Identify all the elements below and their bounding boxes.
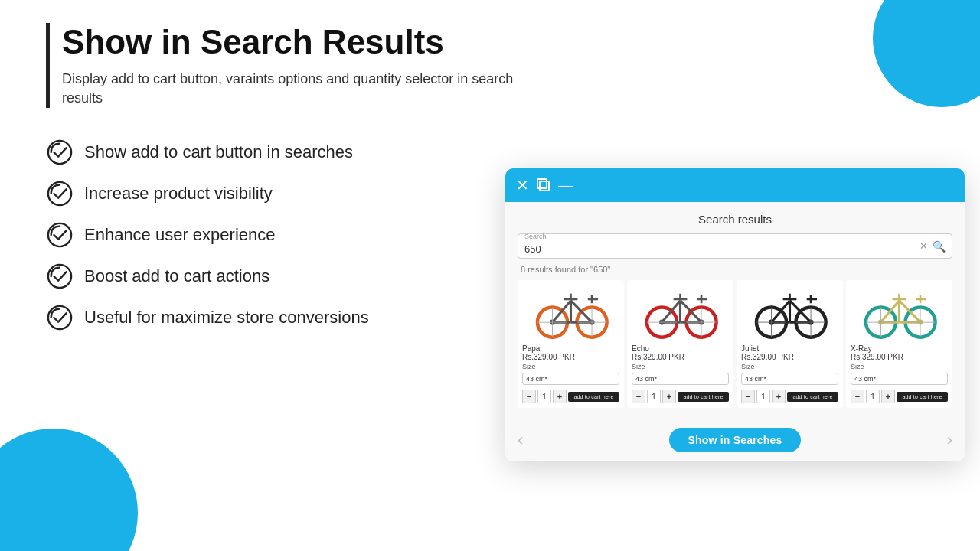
product-card-echo: Echo Rs.329.00 PKR Size 43 cm* − 1 + add…	[627, 280, 733, 408]
qty-cart-papa: − 1 + add to cart here	[518, 390, 624, 403]
product-size-select-juliet[interactable]: 43 cm*	[741, 373, 838, 385]
search-label: Search	[524, 233, 547, 240]
qty-plus-echo[interactable]: +	[662, 390, 676, 403]
qty-minus-echo[interactable]: −	[632, 390, 645, 403]
page-subtitle: Display add to cart button, varaints opt…	[62, 70, 521, 108]
browser-window: ✕ — Search results Search 650 ✕ 🔍 8 resu…	[505, 168, 965, 461]
qty-cart-juliet: − 1 + add to cart here	[737, 390, 843, 403]
clear-search-icon[interactable]: ✕	[920, 240, 928, 252]
decorative-circle-top-right	[873, 0, 980, 107]
search-submit-icon[interactable]: 🔍	[933, 240, 946, 253]
next-arrow[interactable]: ›	[947, 430, 952, 450]
product-price-juliet: Rs.329.00 PKR	[741, 353, 838, 361]
feature-text-3: Enhance user experience	[84, 225, 276, 245]
product-size-select-papa[interactable]: 43 cm*	[522, 373, 619, 385]
svg-line-27	[681, 301, 702, 322]
product-image-papa	[518, 280, 624, 341]
product-name-papa: Papa	[522, 344, 619, 353]
results-count: 8 results found for "650"	[518, 265, 952, 274]
prev-arrow[interactable]: ‹	[518, 430, 523, 450]
feature-item-4: Boost add to cart actions	[46, 262, 521, 290]
minimize-icon[interactable]: —	[558, 178, 573, 193]
product-image-echo	[627, 280, 733, 341]
qty-minus-juliet[interactable]: −	[741, 390, 755, 403]
search-field[interactable]: Search 650	[524, 237, 920, 255]
decorative-circle-bottom-left	[0, 429, 138, 551]
product-card-xray: X-Ray Rs.329.00 PKR Size 43 cm* − 1 + ad…	[846, 280, 952, 408]
products-grid: Papa Rs.329.00 PKR Size 43 cm* − 1 + add…	[518, 280, 952, 408]
qty-num-papa: 1	[537, 390, 551, 403]
check-icon-5	[46, 304, 74, 331]
check-icon-1	[46, 139, 74, 166]
add-to-cart-papa[interactable]: add to cart here	[568, 392, 619, 402]
product-price-xray: Rs.329.00 PKR	[851, 353, 948, 361]
product-size-label-juliet: Size	[741, 363, 838, 370]
browser-content: Search results Search 650 ✕ 🔍 8 results …	[505, 202, 965, 422]
show-in-searches-button[interactable]: Show in Searches	[669, 428, 800, 452]
feature-item-1: Show add to cart button in searches	[46, 139, 521, 166]
product-info-echo: Echo Rs.329.00 PKR Size 43 cm*	[627, 341, 733, 386]
feature-item-5: Useful for maximize store conversions	[46, 304, 521, 331]
svg-line-61	[900, 301, 921, 322]
check-icon-3	[46, 221, 74, 249]
right-panel: ✕ — Search results Search 650 ✕ 🔍 8 resu…	[505, 168, 965, 461]
product-size-label-echo: Size	[632, 363, 729, 370]
qty-cart-xray: − 1 + add to cart here	[846, 390, 952, 403]
qty-plus-papa[interactable]: +	[553, 390, 567, 403]
features-list: Show add to cart button in searches Incr…	[46, 139, 521, 331]
product-name-juliet: Juliet	[741, 344, 838, 353]
svg-line-44	[790, 301, 812, 322]
feature-text-5: Useful for maximize store conversions	[84, 308, 369, 328]
product-size-select-xray[interactable]: 43 cm*	[851, 373, 948, 385]
product-size-select-echo[interactable]: 43 cm*	[632, 373, 729, 385]
results-heading: Search results	[518, 213, 952, 226]
search-bar[interactable]: Search 650 ✕ 🔍	[518, 233, 952, 259]
browser-footer: ‹ Show in Searches ›	[505, 422, 965, 461]
svg-line-10	[571, 301, 593, 322]
product-info-juliet: Juliet Rs.329.00 PKR Size 43 cm*	[737, 341, 843, 386]
check-icon-4	[46, 262, 74, 290]
product-price-echo: Rs.329.00 PKR	[632, 353, 729, 361]
qty-num-juliet: 1	[756, 390, 770, 403]
qty-cart-echo: − 1 + add to cart here	[627, 390, 733, 403]
product-image-xray	[846, 280, 952, 341]
search-value: 650	[524, 243, 541, 255]
close-icon[interactable]: ✕	[516, 178, 529, 193]
product-info-papa: Papa Rs.329.00 PKR Size 43 cm*	[518, 341, 624, 386]
browser-titlebar: ✕ —	[505, 168, 965, 202]
qty-minus-xray[interactable]: −	[851, 390, 864, 403]
product-name-xray: X-Ray	[851, 344, 948, 353]
product-info-xray: X-Ray Rs.329.00 PKR Size 43 cm*	[846, 341, 952, 386]
qty-minus-papa[interactable]: −	[522, 390, 536, 403]
maximize-icon[interactable]	[537, 178, 550, 192]
left-panel: Show in Search Results Display add to ca…	[46, 23, 521, 345]
add-to-cart-echo[interactable]: add to cart here	[678, 392, 729, 402]
feature-text-1: Show add to cart button in searches	[84, 142, 353, 162]
page-title: Show in Search Results	[62, 23, 521, 62]
feature-text-4: Boost add to cart actions	[84, 266, 270, 286]
product-image-juliet	[737, 280, 843, 341]
header-block: Show in Search Results Display add to ca…	[46, 23, 521, 108]
qty-num-xray: 1	[866, 390, 880, 403]
check-icon-2	[46, 180, 74, 207]
add-to-cart-xray[interactable]: add to cart here	[897, 392, 948, 402]
product-price-papa: Rs.329.00 PKR	[522, 353, 619, 361]
feature-text-2: Increase product visibility	[84, 184, 273, 204]
add-to-cart-juliet[interactable]: add to cart here	[787, 392, 838, 402]
feature-item-2: Increase product visibility	[46, 180, 521, 207]
qty-num-echo: 1	[647, 390, 661, 403]
product-card-papa: Papa Rs.329.00 PKR Size 43 cm* − 1 + add…	[518, 280, 624, 408]
qty-plus-xray[interactable]: +	[881, 390, 895, 403]
product-size-label-papa: Size	[522, 363, 619, 370]
product-size-label-xray: Size	[851, 363, 948, 370]
qty-plus-juliet[interactable]: +	[772, 390, 786, 403]
product-card-juliet: Juliet Rs.329.00 PKR Size 43 cm* − 1 + a…	[737, 280, 843, 408]
product-name-echo: Echo	[632, 344, 729, 353]
feature-item-3: Enhance user experience	[46, 221, 521, 249]
